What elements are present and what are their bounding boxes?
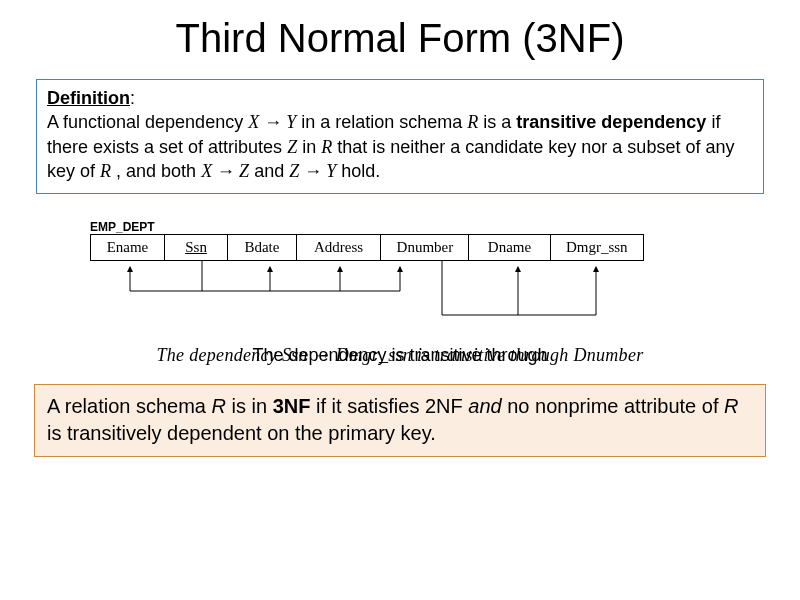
attr-ssn: Ssn: [165, 235, 228, 260]
and-italic: and: [468, 395, 501, 417]
rel-R: R: [321, 137, 332, 157]
slide-title: Third Normal Form (3NF): [0, 16, 800, 61]
tnf-definition-box: A relation schema R is in 3NF if it sati…: [34, 384, 766, 457]
attr-dmgrssn: Dmgr_ssn: [551, 235, 643, 260]
attr-dnumber: Dnumber: [381, 235, 469, 260]
def-text: , and both: [116, 161, 201, 181]
set-Z: Z: [287, 137, 297, 157]
bot-text: A relation schema: [47, 395, 212, 417]
attr-dname: Dname: [469, 235, 550, 260]
slide: Third Normal Form (3NF) Definition: A fu…: [0, 0, 800, 600]
bot-text: no nonprime attribute of: [507, 395, 724, 417]
rel-R: R: [212, 395, 226, 417]
term-3nf: 3NF: [273, 395, 311, 417]
bot-text: is transitively dependent on the primary…: [47, 422, 436, 444]
def-text: in: [302, 137, 321, 157]
def-text: in a relation schema: [301, 112, 467, 132]
def-text: is a: [483, 112, 516, 132]
note-front: The dependency is transitive through: [0, 345, 800, 366]
schema-figure: EMP_DEPT Ename Ssn Bdate Address Dnumber…: [0, 220, 800, 335]
transitive-note: The dependency Ssn → Dmgr_ssn is transit…: [0, 345, 800, 366]
fd-x-z: X → Z: [201, 161, 249, 181]
fd-x-y: X → Y: [248, 112, 296, 132]
definition-label: Definition: [47, 88, 130, 108]
def-text: A functional dependency: [47, 112, 248, 132]
attr-ename: Ename: [91, 235, 165, 260]
rel-R: R: [467, 112, 478, 132]
attr-bdate: Bdate: [228, 235, 297, 260]
def-text: hold.: [341, 161, 380, 181]
bot-text: is in: [232, 395, 273, 417]
rel-R: R: [100, 161, 111, 181]
fd-z-y: Z → Y: [289, 161, 336, 181]
relation-schema: Ename Ssn Bdate Address Dnumber Dname Dm…: [90, 234, 644, 261]
term-transitive-dependency: transitive dependency: [516, 112, 706, 132]
fd-diagram: [90, 261, 650, 335]
definition-box: Definition: A functional dependency X → …: [36, 79, 764, 194]
relation-name: EMP_DEPT: [90, 220, 800, 234]
bot-text: if it satisfies 2NF: [316, 395, 468, 417]
def-text: and: [254, 161, 289, 181]
rel-R: R: [724, 395, 738, 417]
attr-address: Address: [297, 235, 382, 260]
